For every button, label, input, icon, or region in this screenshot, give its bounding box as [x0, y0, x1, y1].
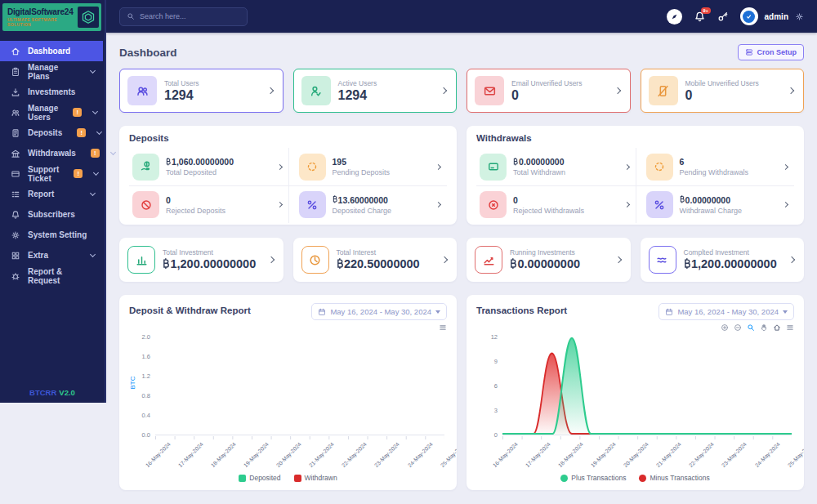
chart-menu-button[interactable] — [439, 323, 447, 332]
zoom-in-button[interactable] — [721, 323, 729, 332]
phone-slash-icon — [649, 76, 678, 105]
sidebar-item-system-setting[interactable]: System Setting — [0, 225, 103, 245]
y-axis-tick: 0 — [494, 432, 498, 439]
total-withdrawn-cell[interactable]: 0.00000000 Total Withdrawn — [476, 148, 636, 185]
sidebar: DigitalSoftware24 ULTIMATE SOFTWARE SOLU… — [0, 0, 106, 403]
sidebar-item-subscribers[interactable]: Subscribers — [0, 204, 103, 225]
chevron-right-icon — [266, 87, 273, 94]
total-interest-card[interactable]: Total Interest 220.50000000 — [293, 238, 458, 282]
legend-minus-transactions[interactable]: Minus Transactions — [639, 474, 709, 482]
reset-zoom-button[interactable] — [773, 323, 781, 332]
key-button[interactable] — [717, 11, 729, 22]
alert-badge: ! — [74, 169, 83, 178]
notifications-button[interactable]: 9+ — [694, 11, 706, 23]
legend-deposited[interactable]: Deposited — [239, 474, 280, 482]
active-users-card[interactable]: Active Users 1294 — [293, 69, 458, 113]
list-icon — [11, 190, 20, 199]
stat-label: Running Investments — [510, 248, 580, 256]
chevron-down-icon — [92, 109, 98, 114]
sidebar-item-manage-users[interactable]: Manage Users ! — [0, 102, 103, 123]
sidebar-item-deposits[interactable]: Deposits ! — [0, 123, 103, 143]
rejected-withdrawals-cell[interactable]: 0 Rejected Withdrawals — [476, 185, 636, 223]
top-navbar: 9+ admin — [106, 0, 817, 33]
deposit-withdraw-chart: BTC 2.01.61.20.80.40.0 16-May-202417-May… — [129, 334, 447, 484]
pan-button[interactable] — [760, 323, 768, 332]
chevron-right-icon — [441, 256, 448, 263]
mobile-unverified-card[interactable]: Mobile Unverified Users 0 — [641, 69, 805, 113]
legend-swatch — [560, 475, 568, 482]
sidebar-item-label: Deposits — [28, 128, 62, 137]
total-investment-card[interactable]: Total Investment 1,200.00000000 — [119, 238, 283, 282]
pending-deposits-cell[interactable]: 195 Pending Deposits — [288, 148, 448, 185]
sidebar-item-support-ticket[interactable]: Support Ticket ! — [0, 163, 103, 184]
cell-label: Pending Deposits — [333, 168, 391, 176]
running-investments-card[interactable]: Running Investments 0.00000000 — [467, 238, 631, 282]
chevron-right-icon — [614, 256, 621, 263]
verified-badge-icon — [743, 11, 755, 23]
sidebar-item-label: Report & Request — [28, 267, 95, 285]
gear-icon — [11, 230, 20, 240]
clock-icon — [301, 246, 329, 274]
app-logo[interactable]: DigitalSoftware24 ULTIMATE SOFTWARE SOLU… — [2, 3, 101, 31]
date-range-picker[interactable]: May 16, 2024 - May 30, 2024 — [311, 303, 447, 320]
compass-icon[interactable] — [667, 9, 682, 25]
withdrawal-charge-cell[interactable]: 0.00000000 Withdrawal Charge — [636, 185, 795, 223]
alert-badge: ! — [73, 108, 82, 117]
cron-setup-button[interactable]: Cron Setup — [738, 44, 805, 60]
chevron-down-icon — [90, 252, 96, 257]
y-axis-tick: 0.4 — [142, 413, 150, 419]
y-axis-tick: 9 — [494, 359, 498, 365]
total-deposited-cell[interactable]: 1,060.00000000 Total Deposited — [129, 148, 288, 185]
cell-label: Total Withdrawn — [513, 168, 565, 176]
users-icon — [11, 108, 20, 118]
legend-withdrawn[interactable]: Withdrawn — [294, 474, 337, 482]
alert-badge: ! — [77, 128, 86, 137]
cell-value: 1,060.00000000 — [172, 157, 234, 167]
chart-menu-button[interactable] — [786, 323, 794, 332]
withdrawals-panel: Withdrawals 0.00000000 Total Withdrawn — [467, 126, 804, 225]
transactions-chart: 129630 — [476, 334, 794, 484]
bell-icon — [11, 210, 20, 220]
sidebar-item-extra[interactable]: Extra — [0, 245, 103, 265]
x-axis-ticks — [155, 436, 444, 439]
stat-value: 1294 — [338, 89, 377, 102]
stat-value: 1,200.00000000 — [691, 257, 777, 270]
email-unverified-card[interactable]: Email Unverified Users 0 — [467, 69, 631, 113]
legend-plus-transactions[interactable]: Plus Transactions — [560, 474, 626, 482]
deposits-panel: Deposits 1,060.00000000 Total Deposited — [119, 126, 457, 225]
bar-chart-icon — [127, 246, 155, 274]
user-avatar[interactable] — [740, 7, 758, 25]
waves-icon — [649, 246, 676, 274]
sidebar-item-label: Extra — [28, 251, 48, 260]
sidebar-item-label: Dashboard — [28, 47, 70, 56]
sidebar-item-report[interactable]: Report — [0, 184, 103, 204]
sidebar-item-manage-plans[interactable]: Manage Plans — [0, 61, 103, 82]
user-settings-button[interactable] — [795, 12, 804, 21]
y-axis-tick: 1.6 — [142, 354, 150, 360]
cell-value: 13.60000000 — [338, 195, 388, 205]
app-title: DigitalSoftware24 — [7, 7, 78, 16]
home-icon — [773, 323, 781, 332]
sidebar-item-label: Subscribers — [28, 210, 75, 219]
zoom-out-button[interactable] — [734, 323, 742, 332]
sidebar-item-investments[interactable]: Investments — [0, 82, 103, 102]
deposited-charge-cell[interactable]: 13.60000000 Deposited Charge — [288, 185, 448, 223]
date-range-picker[interactable]: May 16, 2024 - May 30, 2024 — [659, 303, 794, 320]
total-users-card[interactable]: Total Users 1294 — [119, 69, 283, 113]
menu-icon — [439, 323, 447, 332]
sidebar-item-report-request[interactable]: Report & Request — [0, 265, 103, 286]
search-input[interactable] — [140, 12, 240, 20]
rejected-deposits-cell[interactable]: 0 Rejected Deposits — [129, 185, 288, 223]
sidebar-item-withdrawals[interactable]: Withdrawals ! — [0, 143, 103, 163]
menu-icon — [786, 323, 794, 332]
legend-swatch — [639, 475, 646, 482]
pending-withdrawals-cell[interactable]: 6 Pending Withdrawals — [636, 148, 795, 185]
stat-value: 0.00000000 — [517, 257, 580, 270]
y-axis-tick: 0.8 — [142, 393, 150, 399]
selection-zoom-button[interactable] — [747, 323, 755, 332]
completed-investment-card[interactable]: Complted Investment 1,200.00000000 — [641, 238, 805, 282]
stat-label: Total Interest — [337, 248, 420, 256]
page-title: Dashboard — [119, 47, 177, 59]
sidebar-item-dashboard[interactable]: Dashboard — [0, 41, 103, 61]
search-box[interactable] — [119, 7, 248, 26]
